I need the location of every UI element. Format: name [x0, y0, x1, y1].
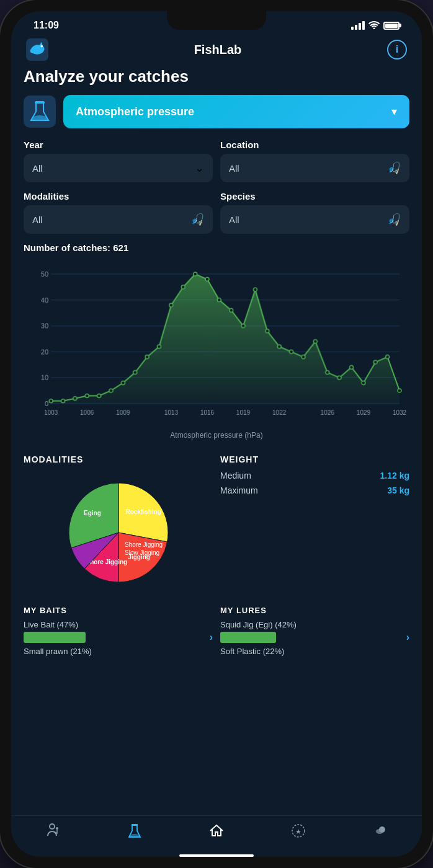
app-logo — [26, 38, 48, 61]
lures-title: MY LURES — [220, 606, 409, 615]
modalities-label: Modalities — [24, 191, 213, 202]
species-value: All — [229, 215, 239, 225]
baits-title: MY BAITS — [24, 606, 213, 615]
year-chevron-icon: ⌄ — [195, 161, 204, 175]
app-header: FishLab i — [11, 35, 422, 67]
lure-bar-row-1: › — [220, 632, 409, 643]
bait-chevron-1[interactable]: › — [210, 632, 213, 643]
nav-weather[interactable] — [372, 822, 390, 839]
location-select[interactable]: All 🎣 — [220, 154, 409, 182]
bait-item-1: Live Bait (47%) › — [24, 620, 213, 643]
bait-label-1: Live Bait (47%) — [24, 620, 213, 629]
filter-row-2: Modalities All 🎣 Species All 🎣 — [24, 191, 409, 234]
nav-home[interactable] — [208, 822, 225, 839]
weight-maximum-value: 35 kg — [387, 485, 409, 495]
app-title: FishLab — [194, 43, 242, 57]
baits-section: MY BAITS Live Bait (47%) › Small prawn (… — [24, 606, 213, 658]
weight-medium-row: Medium 1.12 kg — [220, 471, 409, 480]
nav-angler[interactable] — [43, 822, 61, 839]
home-icon — [208, 822, 225, 839]
weight-section-title: WEIGHT — [220, 454, 409, 464]
time: 11:09 — [33, 20, 59, 31]
stats-row: MODALITIES WEIGHT Medium 1.12 kg Maximum — [24, 454, 409, 595]
species-fish-icon: 🎣 — [387, 213, 401, 226]
bait-item-2: Small prawn (21%) — [24, 647, 213, 656]
chart-container: Atmospheric pressure (hPa) — [24, 258, 409, 443]
year-label: Year — [24, 140, 213, 150]
info-button[interactable]: i — [387, 40, 407, 60]
weight-stats: Medium 1.12 kg Maximum 35 kg — [220, 471, 409, 495]
modalities-value: All — [32, 215, 43, 225]
catches-count: Number of catches: 621 — [24, 242, 409, 253]
svg-rect-6 — [132, 825, 138, 826]
modalities-fish-icon: 🎣 — [190, 213, 204, 226]
modalities-section: MODALITIES — [24, 454, 213, 595]
lure-label-1: Squid Jig (Egi) (42%) — [220, 620, 409, 629]
svg-rect-2 — [24, 95, 56, 128]
flask-icon — [24, 95, 56, 128]
home-indicator — [179, 854, 254, 857]
lures-section: MY LURES Squid Jig (Egi) (42%) › Soft Pl… — [220, 606, 409, 658]
signal-icon — [351, 21, 365, 30]
svg-point-5 — [56, 827, 58, 830]
lure-label-2: Soft Plastic (22%) — [220, 647, 409, 656]
location-value: All — [229, 163, 239, 174]
species-label: Species — [220, 191, 409, 202]
filter-row: Year All ⌄ Location All 🎣 — [24, 140, 409, 182]
location-label: Location — [220, 140, 409, 150]
lure-bar-1 — [220, 632, 276, 643]
year-filter: Year All ⌄ — [24, 140, 213, 182]
lure-item-1: Squid Jig (Egi) (42%) › — [220, 620, 409, 643]
nav-trophy[interactable]: ★ — [290, 822, 307, 839]
page-title: Analyze your catches — [24, 67, 409, 86]
battery-icon — [383, 22, 400, 30]
baits-lures-row: MY BAITS Live Bait (47%) › Small prawn (… — [24, 606, 409, 658]
analysis-type-button[interactable]: Atmospheric pressure ▾ — [63, 95, 409, 128]
svg-point-10 — [376, 829, 383, 834]
lure-chevron-1[interactable]: › — [406, 632, 409, 643]
modalities-filter: Modalities All 🎣 — [24, 191, 213, 234]
angler-icon — [43, 822, 61, 839]
weight-medium-value: 1.12 kg — [380, 471, 409, 480]
bait-bar-row-1: › — [24, 632, 213, 643]
pie-chart-container — [24, 471, 213, 595]
species-select[interactable]: All 🎣 — [220, 205, 409, 234]
analysis-selector-row: Atmospheric pressure ▾ — [24, 95, 409, 128]
svg-point-4 — [50, 824, 55, 829]
weight-maximum-label: Maximum — [220, 485, 258, 495]
flask-nav-icon — [126, 822, 143, 839]
weight-section: WEIGHT Medium 1.12 kg Maximum 35 kg — [220, 454, 409, 595]
modalities-select[interactable]: All 🎣 — [24, 205, 213, 234]
year-select[interactable]: All ⌄ — [24, 154, 213, 182]
modalities-section-title: MODALITIES — [24, 454, 213, 464]
weather-icon — [372, 822, 390, 839]
bait-label-2: Small prawn (21%) — [24, 647, 213, 656]
svg-rect-3 — [35, 102, 45, 104]
year-value: All — [32, 163, 43, 174]
location-filter: Location All 🎣 — [220, 140, 409, 182]
status-icons — [351, 20, 400, 31]
wifi-icon — [368, 20, 380, 31]
chart-x-label: Atmospheric pressure (hPa) — [24, 431, 409, 443]
trophy-icon: ★ — [290, 822, 307, 839]
bottom-nav: ★ — [11, 815, 422, 854]
pie-chart — [56, 471, 181, 595]
lure-item-2: Soft Plastic (22%) — [220, 647, 409, 656]
svg-point-1 — [40, 45, 43, 48]
line-chart — [24, 264, 409, 426]
analysis-type-label: Atmospheric pressure — [76, 105, 194, 118]
weight-maximum-row: Maximum 35 kg — [220, 485, 409, 495]
svg-text:★: ★ — [295, 828, 301, 835]
main-content: Analyze your catches Atmospheric pressur… — [11, 67, 422, 815]
location-fish-icon: 🎣 — [387, 161, 401, 175]
weight-medium-label: Medium — [220, 471, 251, 480]
chevron-down-icon: ▾ — [391, 105, 397, 118]
nav-flask[interactable] — [126, 822, 143, 839]
species-filter: Species All 🎣 — [220, 191, 409, 234]
bait-bar-1 — [24, 632, 86, 643]
